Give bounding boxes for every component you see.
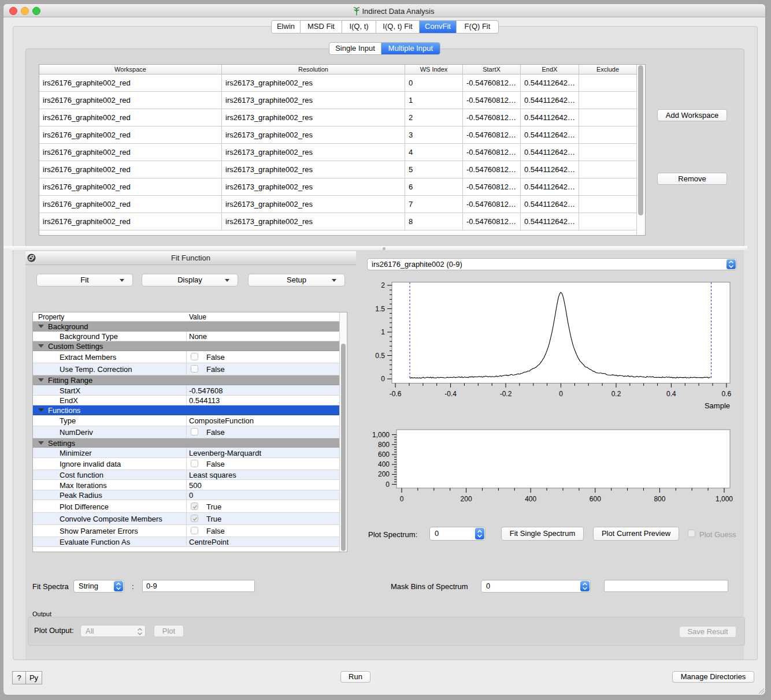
svg-text:0.4: 0.4 xyxy=(666,390,676,398)
svg-text:0.6: 0.6 xyxy=(722,390,732,398)
svg-text:200: 200 xyxy=(461,495,472,503)
svg-text:1,000: 1,000 xyxy=(372,431,390,439)
svg-text:0.5: 0.5 xyxy=(375,352,385,360)
svg-text:400: 400 xyxy=(378,460,390,468)
svg-text:1: 1 xyxy=(381,328,385,336)
svg-text:800: 800 xyxy=(378,441,390,449)
svg-text:0: 0 xyxy=(559,390,563,398)
svg-text:800: 800 xyxy=(654,495,665,503)
svg-text:200: 200 xyxy=(378,470,390,478)
svg-text:1.5: 1.5 xyxy=(375,305,385,313)
svg-text:0: 0 xyxy=(386,481,390,489)
svg-text:2: 2 xyxy=(381,281,385,289)
svg-text:-0.4: -0.4 xyxy=(444,390,457,398)
svg-text:-0.2: -0.2 xyxy=(500,390,512,398)
svg-text:0.2: 0.2 xyxy=(611,390,621,398)
svg-text:1,000: 1,000 xyxy=(716,495,733,503)
svg-text:0: 0 xyxy=(400,495,404,503)
svg-text:0: 0 xyxy=(381,375,385,383)
svg-text:400: 400 xyxy=(525,495,536,503)
svg-text:-0.6: -0.6 xyxy=(390,390,402,398)
svg-text:Sample: Sample xyxy=(705,401,730,410)
svg-text:600: 600 xyxy=(590,495,601,503)
svg-text:600: 600 xyxy=(378,450,390,459)
